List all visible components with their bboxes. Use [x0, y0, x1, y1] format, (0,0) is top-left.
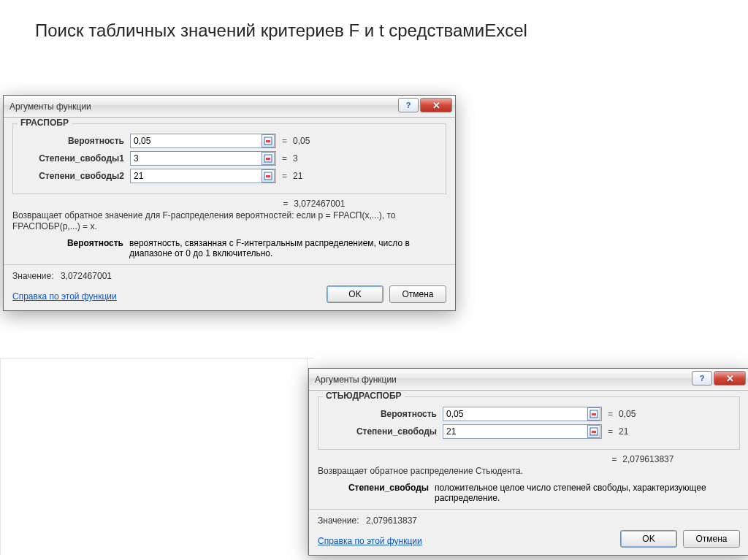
function-description: Возвращает обратное распределение Стьюде… — [318, 466, 740, 477]
probability-input[interactable] — [443, 407, 587, 421]
equals-sign: = — [280, 199, 291, 209]
df-input[interactable] — [443, 425, 587, 438]
range-collapse-icon[interactable] — [587, 407, 600, 421]
value-text: 2,079613837 — [366, 515, 417, 526]
arg-evaluated: 0,05 — [293, 136, 310, 146]
range-collapse-icon[interactable] — [262, 152, 275, 165]
arg-label: Вероятность — [326, 409, 443, 419]
svg-rect-3 — [266, 158, 270, 160]
value-label: Значение: — [12, 271, 54, 281]
page-title: Поиск табличных значений критериев F и t… — [35, 20, 527, 41]
arg-label: Степени_свободы2 — [20, 171, 130, 181]
help-link[interactable]: Справка по этой функции — [318, 536, 422, 546]
df1-input[interactable] — [131, 152, 262, 165]
param-description: Степени_свободы положительное целое числ… — [318, 483, 740, 503]
probability-input[interactable] — [131, 134, 262, 147]
arg-evaluated: 0,05 — [619, 409, 636, 419]
divider — [309, 509, 748, 510]
function-frame: СТЬЮДРАСПОБР Вероятность = 0,05 Степени_… — [318, 396, 740, 450]
param-label: Степени_свободы — [318, 483, 435, 503]
df2-input[interactable] — [131, 169, 262, 183]
function-description: Возвращает обратное значение для F-распр… — [12, 210, 446, 232]
function-name: СТЬЮДРАСПОБР — [323, 391, 405, 401]
help-button[interactable]: ? — [398, 98, 419, 112]
result-value: 2,079613837 — [622, 454, 673, 464]
arg-evaluated: 21 — [293, 171, 302, 181]
arg-input-wrap[interactable] — [443, 424, 602, 439]
arg-row: Степени_свободы2 = 21 — [20, 169, 438, 183]
value-line: Значение: 3,072467001 — [12, 271, 446, 281]
arg-label: Степени_свободы1 — [20, 153, 130, 164]
window-title: Аргументы функции — [9, 101, 91, 112]
equals-sign: = — [608, 426, 613, 437]
ok-button[interactable]: OK — [620, 530, 677, 548]
arg-row: Степени_свободы1 = 3 — [20, 151, 438, 166]
titlebar[interactable]: Аргументы функции ? ✕ — [309, 369, 748, 391]
window-title: Аргументы функции — [315, 375, 397, 385]
equals-sign: = — [282, 153, 287, 164]
arg-row: Вероятность = 0,05 — [326, 407, 732, 421]
value-label: Значение: — [318, 515, 359, 526]
result-row: = 2,079613837 — [608, 454, 740, 464]
help-button[interactable]: ? — [692, 371, 712, 386]
param-description: Вероятность вероятность, связанная с F-и… — [12, 238, 446, 258]
svg-rect-5 — [266, 175, 270, 177]
function-arguments-dialog-f: Аргументы функции ? ✕ FРАСПОБР Вероятнос… — [3, 95, 456, 311]
arg-input-wrap[interactable] — [130, 134, 276, 148]
param-text: вероятность, связанная с F-интегральным … — [129, 238, 446, 258]
equals-sign: = — [282, 171, 287, 181]
function-name: FРАСПОБР — [18, 118, 72, 128]
arg-input-wrap[interactable] — [130, 169, 276, 183]
arg-label: Вероятность — [20, 136, 130, 146]
value-line: Значение: 2,079613837 — [318, 515, 740, 526]
function-arguments-dialog-t: Аргументы функции ? ✕ СТЬЮДРАСПОБР Вероя… — [308, 368, 748, 556]
arg-evaluated: 21 — [619, 426, 628, 437]
titlebar[interactable]: Аргументы функции ? ✕ — [4, 96, 455, 118]
arg-input-wrap[interactable] — [130, 151, 276, 166]
range-collapse-icon[interactable] — [262, 134, 275, 147]
svg-rect-1 — [266, 140, 270, 142]
arg-row: Вероятность = 0,05 — [20, 134, 438, 148]
spreadsheet-grid — [0, 358, 314, 555]
ok-button[interactable]: OK — [327, 285, 383, 303]
equals-sign: = — [282, 136, 287, 146]
close-button[interactable]: ✕ — [420, 98, 452, 112]
divider — [4, 264, 455, 265]
arg-row: Степени_свободы = 21 — [326, 424, 732, 439]
param-label: Вероятность — [12, 238, 129, 258]
arg-evaluated: 3 — [293, 153, 298, 164]
help-link[interactable]: Справка по этой функции — [12, 291, 117, 302]
cancel-button[interactable]: Отмена — [389, 285, 446, 303]
close-button[interactable]: ✕ — [714, 371, 746, 386]
result-value: 3,072467001 — [294, 199, 345, 209]
result-row: = 3,072467001 — [280, 199, 446, 209]
cancel-button[interactable]: Отмена — [683, 530, 740, 548]
range-collapse-icon[interactable] — [262, 169, 275, 183]
range-collapse-icon[interactable] — [587, 425, 600, 438]
param-text: положительное целое число степеней свобо… — [435, 483, 740, 503]
arg-label: Степени_свободы — [326, 426, 443, 437]
svg-rect-7 — [592, 413, 596, 415]
svg-rect-9 — [592, 431, 596, 433]
value-text: 3,072467001 — [61, 271, 112, 281]
arg-input-wrap[interactable] — [443, 407, 602, 421]
equals-sign: = — [608, 454, 620, 464]
equals-sign: = — [608, 409, 613, 419]
function-frame: FРАСПОБР Вероятность = 0,05 Степени_своб… — [12, 123, 446, 194]
